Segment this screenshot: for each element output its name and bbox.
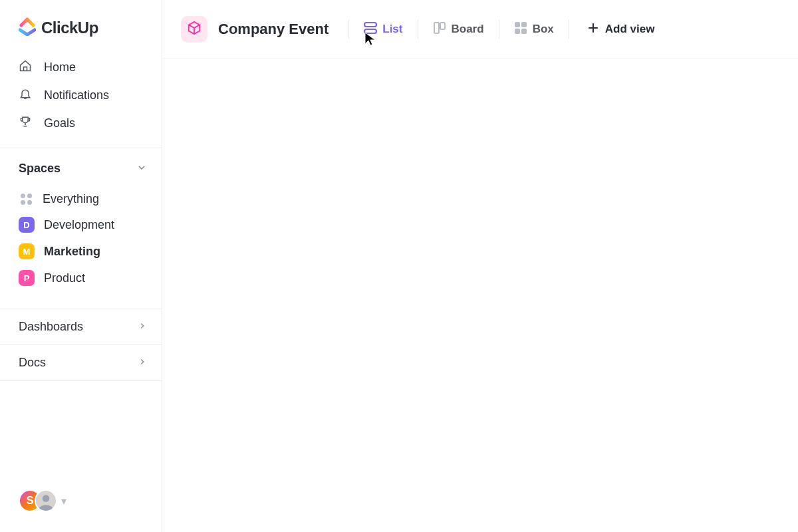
sidebar: ClickUp Home Notifications Goals Spaces xyxy=(0,0,162,532)
clickup-logo-icon xyxy=(19,17,36,39)
bell-icon xyxy=(19,87,32,103)
spaces-title: Spaces xyxy=(19,162,61,176)
svg-rect-1 xyxy=(364,23,376,27)
spaces-list: Everything D Development M Marketing P P… xyxy=(0,184,162,309)
svg-rect-5 xyxy=(515,22,520,27)
board-icon xyxy=(433,21,446,37)
box-icon xyxy=(187,21,201,38)
nav-label: Notifications xyxy=(44,88,109,102)
plus-icon xyxy=(588,23,598,36)
space-label: Everything xyxy=(43,192,99,206)
grid-dots-icon xyxy=(19,192,33,206)
space-badge: P xyxy=(19,270,35,286)
chevron-down-icon xyxy=(136,162,147,176)
space-label: Marketing xyxy=(44,245,100,259)
add-view-button[interactable]: Add view xyxy=(580,19,663,40)
section-label: Docs xyxy=(19,356,46,370)
nav-label: Goals xyxy=(44,116,75,130)
separator xyxy=(348,20,349,39)
nav-dashboards[interactable]: Dashboards xyxy=(0,309,162,344)
space-label: Development xyxy=(44,218,114,232)
brand-logo[interactable]: ClickUp xyxy=(0,0,162,53)
grid-icon xyxy=(514,21,527,37)
svg-point-0 xyxy=(43,495,50,502)
caret-down-icon: ▾ xyxy=(61,495,66,507)
project-icon[interactable] xyxy=(181,16,207,43)
nav-label: Home xyxy=(44,61,76,74)
nav-goals[interactable]: Goals xyxy=(0,109,162,137)
svg-rect-7 xyxy=(515,29,520,34)
view-label: Box xyxy=(533,23,554,36)
svg-rect-3 xyxy=(434,23,439,33)
view-tab-board[interactable]: Board xyxy=(425,17,492,41)
space-marketing[interactable]: M Marketing xyxy=(0,238,162,265)
user-avatars[interactable]: S ▾ xyxy=(0,489,162,532)
brand-name: ClickUp xyxy=(41,19,98,37)
view-label: List xyxy=(382,23,402,36)
separator xyxy=(499,20,499,39)
topbar: Company Event List Board Box xyxy=(162,0,798,59)
chevron-right-icon xyxy=(138,321,147,333)
separator xyxy=(418,20,418,39)
project-title: Company Event xyxy=(218,21,329,38)
chevron-right-icon xyxy=(138,357,147,369)
svg-rect-4 xyxy=(440,23,445,29)
space-development[interactable]: D Development xyxy=(0,211,162,238)
home-icon xyxy=(19,59,32,75)
view-label: Board xyxy=(452,23,484,36)
nav-home[interactable]: Home xyxy=(0,53,162,81)
space-label: Product xyxy=(44,271,85,285)
space-product[interactable]: P Product xyxy=(0,265,162,291)
view-tab-list[interactable]: List xyxy=(356,18,410,41)
svg-rect-2 xyxy=(364,29,376,33)
avatar xyxy=(35,489,57,512)
list-icon xyxy=(364,22,377,37)
space-badge: D xyxy=(19,217,35,233)
nav-notifications[interactable]: Notifications xyxy=(0,81,162,109)
add-view-label: Add view xyxy=(605,23,655,36)
svg-rect-6 xyxy=(521,22,527,27)
spaces-header[interactable]: Spaces xyxy=(0,148,162,184)
main-area: Company Event List Board Box xyxy=(162,0,798,532)
space-everything[interactable]: Everything xyxy=(0,186,162,211)
svg-rect-8 xyxy=(521,29,527,34)
nav-docs[interactable]: Docs xyxy=(0,344,162,381)
space-badge: M xyxy=(19,243,35,259)
nav-primary: Home Notifications Goals xyxy=(0,53,162,148)
separator xyxy=(569,20,569,39)
trophy-icon xyxy=(19,115,32,131)
view-tab-box[interactable]: Box xyxy=(506,17,562,41)
section-label: Dashboards xyxy=(19,320,83,334)
